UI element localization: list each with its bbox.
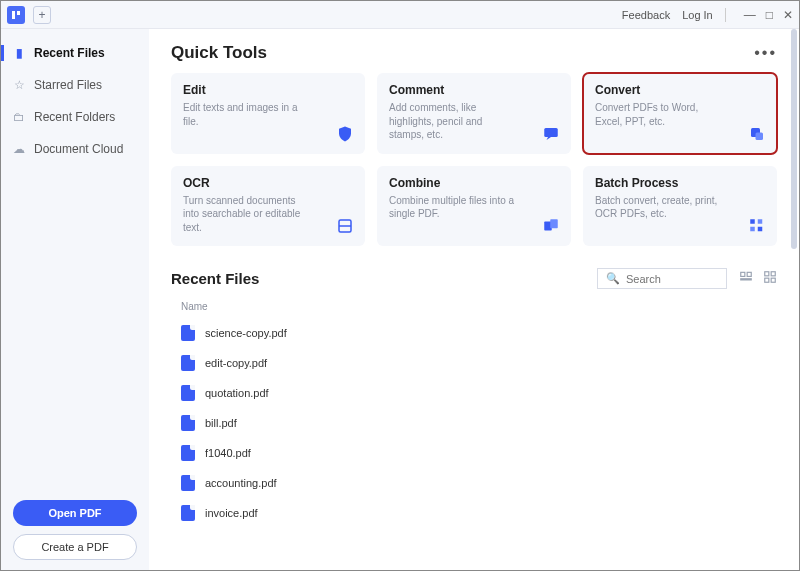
- list-view-icon[interactable]: [739, 270, 753, 288]
- cloud-icon: ☁: [12, 142, 26, 156]
- pdf-file-icon: [181, 445, 195, 461]
- tool-desc: Combine multiple files into a single PDF…: [389, 194, 519, 221]
- svg-rect-13: [747, 272, 751, 276]
- recent-files-header: Recent Files 🔍: [171, 268, 777, 289]
- tool-desc: Convert PDFs to Word, Excel, PPT, etc.: [595, 101, 725, 128]
- file-name: edit-copy.pdf: [205, 357, 267, 369]
- tool-title: OCR: [183, 176, 353, 190]
- svg-rect-0: [12, 11, 15, 19]
- quick-tools-title: Quick Tools: [171, 43, 267, 63]
- tool-card-comment[interactable]: Comment Add comments, like highlights, p…: [377, 73, 571, 154]
- svg-rect-4: [756, 132, 764, 140]
- login-link[interactable]: Log In: [682, 9, 713, 21]
- tool-title: Edit: [183, 83, 353, 97]
- view-toggle: [739, 270, 777, 288]
- pdf-file-icon: [181, 505, 195, 521]
- pdf-file-icon: [181, 385, 195, 401]
- search-input[interactable]: [626, 273, 716, 285]
- file-row[interactable]: invoice.pdf: [171, 498, 777, 528]
- tool-card-batch-process[interactable]: Batch Process Batch convert, create, pri…: [583, 166, 777, 247]
- svg-rect-17: [765, 278, 769, 282]
- main-content: Quick Tools ••• Edit Edit texts and imag…: [149, 29, 799, 571]
- combine-icon: [541, 216, 561, 236]
- tool-title: Comment: [389, 83, 559, 97]
- batch-icon: [747, 216, 767, 236]
- titlebar: + Feedback Log In — □ ✕: [1, 1, 799, 29]
- tool-card-combine[interactable]: Combine Combine multiple files into a si…: [377, 166, 571, 247]
- tool-title: Batch Process: [595, 176, 765, 190]
- file-icon: ▮: [12, 46, 26, 60]
- pdf-file-icon: [181, 355, 195, 371]
- ocr-icon: [335, 216, 355, 236]
- quick-tools-header: Quick Tools •••: [171, 43, 777, 63]
- file-name: quotation.pdf: [205, 387, 269, 399]
- scrollbar[interactable]: [791, 29, 797, 249]
- sidebar: ▮ Recent Files ☆ Starred Files 🗀 Recent …: [1, 29, 149, 571]
- svg-rect-11: [758, 227, 763, 232]
- file-row[interactable]: edit-copy.pdf: [171, 348, 777, 378]
- file-name: invoice.pdf: [205, 507, 258, 519]
- more-button[interactable]: •••: [754, 44, 777, 62]
- file-row[interactable]: bill.pdf: [171, 408, 777, 438]
- svg-rect-7: [550, 219, 558, 228]
- quick-tools-grid: Edit Edit texts and images in a file. Co…: [171, 73, 777, 246]
- file-row[interactable]: science-copy.pdf: [171, 318, 777, 348]
- file-name: bill.pdf: [205, 417, 237, 429]
- titlebar-left: +: [7, 6, 51, 24]
- tool-desc: Add comments, like highlights, pencil an…: [389, 101, 519, 142]
- tool-title: Convert: [595, 83, 765, 97]
- folder-icon: 🗀: [12, 110, 26, 124]
- feedback-link[interactable]: Feedback: [622, 9, 670, 21]
- grid-view-icon[interactable]: [763, 270, 777, 288]
- svg-rect-8: [750, 219, 755, 224]
- sidebar-item-label: Recent Files: [34, 46, 105, 60]
- svg-rect-1: [17, 11, 20, 15]
- search-icon: 🔍: [606, 272, 620, 285]
- file-name: science-copy.pdf: [205, 327, 287, 339]
- file-name: f1040.pdf: [205, 447, 251, 459]
- maximize-button[interactable]: □: [766, 8, 773, 22]
- file-row[interactable]: accounting.pdf: [171, 468, 777, 498]
- file-name: accounting.pdf: [205, 477, 277, 489]
- minimize-button[interactable]: —: [744, 8, 756, 22]
- tool-card-convert[interactable]: Convert Convert PDFs to Word, Excel, PPT…: [583, 73, 777, 154]
- sidebar-bottom: Open PDF Create a PDF: [1, 500, 149, 560]
- layout: ▮ Recent Files ☆ Starred Files 🗀 Recent …: [1, 29, 799, 571]
- svg-rect-2: [544, 128, 558, 137]
- svg-rect-14: [741, 278, 752, 279]
- tool-desc: Edit texts and images in a file.: [183, 101, 313, 128]
- tool-desc: Batch convert, create, print, OCR PDFs, …: [595, 194, 725, 221]
- comment-icon: [541, 124, 561, 144]
- file-list: science-copy.pdf edit-copy.pdf quotation…: [171, 318, 777, 528]
- svg-rect-12: [741, 272, 745, 276]
- pdf-file-icon: [181, 325, 195, 341]
- sidebar-item-recent-folders[interactable]: 🗀 Recent Folders: [1, 103, 149, 131]
- sidebar-item-starred-files[interactable]: ☆ Starred Files: [1, 71, 149, 99]
- svg-rect-10: [750, 227, 755, 232]
- open-pdf-button[interactable]: Open PDF: [13, 500, 137, 526]
- tool-card-ocr[interactable]: OCR Turn scanned documents into searchab…: [171, 166, 365, 247]
- shield-icon: [335, 124, 355, 144]
- sidebar-item-recent-files[interactable]: ▮ Recent Files: [1, 39, 149, 67]
- tool-card-edit[interactable]: Edit Edit texts and images in a file.: [171, 73, 365, 154]
- new-tab-button[interactable]: +: [33, 6, 51, 24]
- recent-files-title: Recent Files: [171, 270, 259, 287]
- sidebar-item-label: Starred Files: [34, 78, 102, 92]
- svg-rect-16: [771, 271, 775, 275]
- titlebar-right: Feedback Log In — □ ✕: [622, 8, 793, 22]
- active-indicator: [1, 45, 4, 61]
- recent-files-controls: 🔍: [597, 268, 777, 289]
- app-logo-icon: [7, 6, 25, 24]
- create-pdf-button[interactable]: Create a PDF: [13, 534, 137, 560]
- pdf-file-icon: [181, 475, 195, 491]
- window-controls: — □ ✕: [744, 8, 793, 22]
- star-icon: ☆: [12, 78, 26, 92]
- sidebar-item-document-cloud[interactable]: ☁ Document Cloud: [1, 135, 149, 163]
- tool-title: Combine: [389, 176, 559, 190]
- sidebar-item-label: Recent Folders: [34, 110, 115, 124]
- file-row[interactable]: quotation.pdf: [171, 378, 777, 408]
- svg-rect-9: [758, 219, 763, 224]
- search-box[interactable]: 🔍: [597, 268, 727, 289]
- close-button[interactable]: ✕: [783, 8, 793, 22]
- file-row[interactable]: f1040.pdf: [171, 438, 777, 468]
